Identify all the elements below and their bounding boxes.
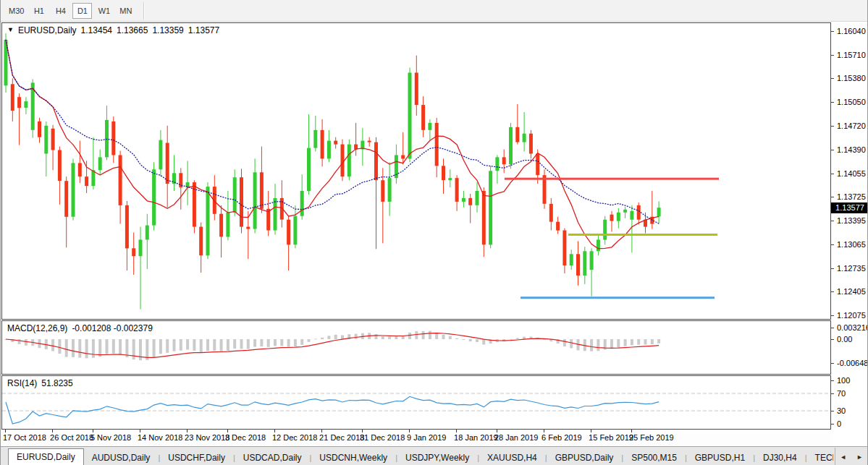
rsi-scale-tick [831,424,834,425]
ma-fast-line [6,40,659,249]
macd-scale-label: -0.006485 [837,359,868,368]
price-scale-label: 1.13065 [837,240,866,249]
rsi-scale-label: 100 [837,376,850,385]
tabs-scroll-left-icon[interactable]: ◄ [840,453,846,461]
price-scale-tick [831,174,834,174]
timeframe-button-h1[interactable]: H1 [29,3,49,19]
price-scale-tick [831,291,834,292]
timeframe-button-h4[interactable]: H4 [51,3,70,19]
date-axis-tick [362,430,363,432]
date-axis-tick [497,430,497,432]
date-axis-label: 26 Oct 2018 [50,433,93,442]
price-scale-label: 1.15380 [837,74,866,83]
rsi-chart-canvas[interactable] [2,376,830,429]
rsi-scale-tick [831,380,834,381]
tab-dj30-h4[interactable]: DJ30,H4 [755,451,805,465]
price-scale-label: 1.12735 [837,264,866,273]
timeframe-button-mn[interactable]: MN [116,3,135,19]
price-scale-tick [831,55,834,56]
price-scale-label: 1.14390 [837,145,866,155]
support-line[interactable] [521,297,715,299]
date-axis-tick [227,430,228,432]
date-axis-tick [5,430,6,432]
price-scale-tick [831,102,834,103]
tab-usdcad-daily[interactable]: USDCAD,Daily [235,451,310,465]
rsi-scale-label: 0 [837,419,841,429]
date-axis-label: 28 Jan 2019 [494,433,539,442]
current-price-tag: 1.13577 [831,202,868,213]
tabs-scroll-right-icon[interactable]: ► [856,453,863,461]
moving-averages-layer [6,40,659,249]
price-scale-tick [831,126,834,127]
tab-usdcnh-weekly[interactable]: USDCNH,Weekly [311,451,395,465]
price-scale-label: 1.12405 [837,287,866,297]
chart-dropdown-icon[interactable]: ▼ [7,26,14,36]
chart-title: ▼ EURUSD,Daily 1.13454 1.13665 1.13359 1… [7,25,224,35]
date-axis-label: 5 Nov 2018 [90,433,131,442]
date-axis-label: 25 Feb 2019 [629,433,674,442]
chart-open-value: 1.13454 [81,25,112,35]
tab-sp500-m15[interactable]: SP500,M15 [623,451,685,465]
price-chart-panel[interactable]: ▼ EURUSD,Daily 1.13454 1.13665 1.13359 1… [1,22,831,320]
date-axis-label: 14 Nov 2018 [138,433,182,442]
date-axis-label: 31 Dec 2018 [360,433,405,442]
rsi-scale-label: 70 [837,389,846,398]
rsi-scale-label: 30 [837,406,846,416]
price-scale-label: 1.15050 [837,98,866,107]
price-scale-tick [831,150,834,150]
date-axis-label: 6 Feb 2019 [542,433,582,442]
date-axis-tick [409,430,410,432]
pivot-line[interactable] [568,234,717,236]
date-axis-tick [187,430,187,432]
rsi-label: RSI(14) 51.8235 [7,378,77,388]
tab-usdjpy-weekly[interactable]: USDJPY,Weekly [397,451,477,465]
price-scale-label: 1.16040 [837,27,866,36]
macd-scale-label: 0.003216 [837,323,868,333]
rsi-scale-tick [831,411,834,411]
macd-histogram [4,331,660,361]
tab-eurusd-daily[interactable]: EURUSD,Daily [8,448,84,465]
timeframe-toolbar: M30H1H4D1W1MN [1,0,868,22]
macd-label: MACD(12,26,9) -0.001208 -0.002379 [7,323,157,333]
date-axis-label: 21 Dec 2018 [319,433,364,442]
tab-audusd-daily[interactable]: AUDUSD,Daily [84,451,159,465]
timeframe-button-d1[interactable]: D1 [72,3,92,19]
chart-low-value: 1.13359 [152,25,183,35]
macd-scale-label: 0.00 [837,335,852,344]
price-scale-label: 1.12075 [837,311,866,320]
timeframe-button-m30[interactable]: M30 [6,3,27,19]
price-scale[interactable]: 1.13577 1.160401.157101.153801.150501.14… [831,22,868,430]
date-axis-tick [93,430,93,432]
tab-tech100-h[interactable]: TECH100,H [807,451,833,465]
date-axis-label: 23 Nov 2018 [185,433,229,442]
date-axis-tick [591,430,591,432]
macd-scale-tick [831,339,834,340]
macd-values: -0.001208 -0.002379 [72,323,152,333]
ma-slow-line [6,40,659,223]
macd-indicator-panel[interactable]: MACD(12,26,9) -0.001208 -0.002379 [1,320,831,375]
rsi-line [6,396,659,424]
candlestick-chart-canvas[interactable] [2,23,830,319]
rsi-name: RSI(14) [7,378,37,388]
chart-high-value: 1.13665 [117,25,148,35]
tab-xauusd-h4[interactable]: XAUUSD,H4 [479,451,545,465]
date-axis-tick [52,430,53,432]
date-axis[interactable]: 17 Oct 201826 Oct 20185 Nov 201814 Nov 2… [1,430,831,446]
tab-gbpusd-daily[interactable]: GBPUSD,Daily [547,451,622,465]
chart-tabs: EURUSD,DailyAUDUSD,Daily|USDCHF,Daily|US… [1,446,833,465]
date-axis-label: 15 Feb 2019 [589,433,633,442]
timeframe-button-w1[interactable]: W1 [94,3,114,19]
tab-gbpusd-h1[interactable]: GBPUSD,H1 [687,451,753,465]
resistance-line[interactable] [505,178,719,180]
tab-usdchf-daily[interactable]: USDCHF,Daily [160,451,233,465]
price-scale-label: 1.13395 [837,216,866,226]
timeframe-buttons: M30H1H4D1W1MN [6,3,138,19]
chart-close-value: 1.13577 [188,25,219,35]
price-scale-label: 1.14055 [837,169,866,179]
rsi-indicator-panel[interactable]: RSI(14) 51.8235 [1,375,831,430]
macd-signal-line [6,333,659,358]
date-axis-tick [140,430,140,432]
price-scale-label: 1.14720 [837,121,866,131]
date-axis-tick [631,430,632,432]
date-axis-label: 17 Oct 2018 [3,433,46,442]
